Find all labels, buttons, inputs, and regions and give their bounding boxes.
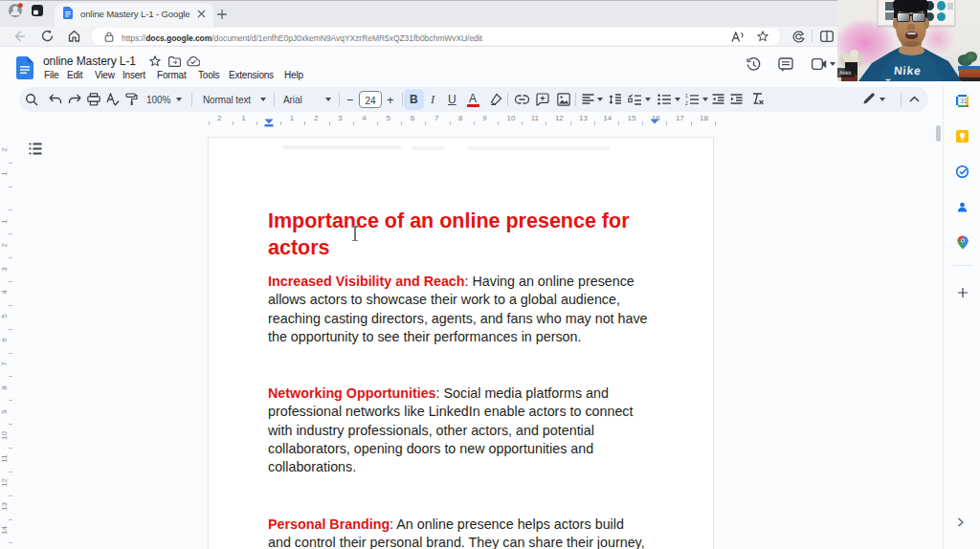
svg-text:31: 31 xyxy=(960,98,968,104)
svg-text:1: 1 xyxy=(685,94,688,99)
svg-text:2: 2 xyxy=(685,100,688,105)
